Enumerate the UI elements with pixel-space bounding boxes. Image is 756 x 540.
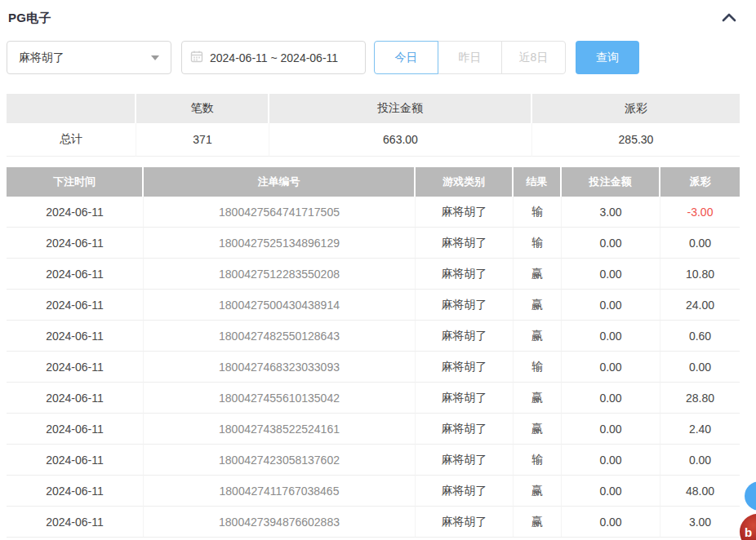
query-button[interactable]: 查询 bbox=[576, 41, 639, 74]
game-type-cell: 麻将胡了 bbox=[416, 352, 514, 383]
game-type-cell: 麻将胡了 bbox=[416, 228, 514, 259]
date-range-input[interactable]: 2024-06-11 ~ 2024-06-11 bbox=[181, 41, 366, 74]
table-row: 2024-06-111800427411767038465麻将胡了赢0.0048… bbox=[7, 476, 740, 507]
records-header-payout: 派彩 bbox=[660, 167, 740, 197]
bet-time-cell: 2024-06-11 bbox=[7, 507, 144, 538]
records-header-bet-amount: 投注金额 bbox=[562, 167, 660, 197]
records-rows: 2024-06-111800427564741717505麻将胡了输3.00-3… bbox=[7, 197, 740, 538]
records-table: 下注时间 注单编号 游戏类别 结果 投注金额 派彩 2024-06-111800… bbox=[7, 167, 740, 538]
result-cell: 赢 bbox=[514, 476, 562, 507]
bet-id-cell: 1800427564741717505 bbox=[144, 197, 416, 228]
summary-header-count: 笔数 bbox=[136, 94, 269, 123]
bet-time-cell: 2024-06-11 bbox=[7, 383, 144, 414]
payout-cell: 0.00 bbox=[660, 445, 740, 476]
table-row: 2024-06-111800427438522524161麻将胡了赢0.002.… bbox=[7, 414, 740, 445]
summary-total-row: 总计 371 663.00 285.30 bbox=[7, 123, 740, 157]
pg-records-panel: PG电子 麻将胡了 2024-06-11 ~ 2024-06-11 今日 昨日 … bbox=[0, 0, 756, 540]
bet-id-cell: 1800427394876602883 bbox=[144, 507, 416, 538]
bet-id-cell: 1800427482550128643 bbox=[144, 321, 416, 352]
result-cell: 赢 bbox=[514, 507, 562, 538]
filter-bar: 麻将胡了 2024-06-11 ~ 2024-06-11 今日 昨日 近8日 查… bbox=[7, 41, 639, 74]
page-title: PG电子 bbox=[8, 11, 51, 26]
bet-id-cell: 1800427512283550208 bbox=[144, 259, 416, 290]
bet-id-cell: 1800427525134896129 bbox=[144, 228, 416, 259]
bet-amount-cell: 0.00 bbox=[562, 414, 660, 445]
bet-amount-cell: 3.00 bbox=[562, 197, 660, 228]
calendar-icon bbox=[190, 50, 203, 66]
bet-time-cell: 2024-06-11 bbox=[7, 290, 144, 321]
table-row: 2024-06-111800427423058137602麻将胡了输0.000.… bbox=[7, 445, 740, 476]
floating-brand-button[interactable]: b bbox=[740, 514, 756, 540]
records-header-bet-time: 下注时间 bbox=[7, 167, 144, 197]
chevron-up-icon bbox=[722, 12, 736, 24]
records-header-bet-id: 注单编号 bbox=[144, 167, 416, 197]
bet-amount-cell: 0.00 bbox=[562, 228, 660, 259]
result-cell: 赢 bbox=[514, 290, 562, 321]
summary-total-payout: 285.30 bbox=[532, 123, 740, 157]
table-row: 2024-06-111800427394876602883麻将胡了赢0.003.… bbox=[7, 507, 740, 538]
table-row: 2024-06-111800427525134896129麻将胡了输0.000.… bbox=[7, 228, 740, 259]
panel-header: PG电子 bbox=[8, 8, 740, 28]
summary-total-bet-amount: 663.00 bbox=[269, 123, 532, 157]
summary-total-label: 总计 bbox=[7, 123, 136, 157]
records-header-result: 结果 bbox=[514, 167, 562, 197]
game-type-cell: 麻将胡了 bbox=[416, 321, 514, 352]
summary-header-empty bbox=[7, 94, 136, 123]
payout-cell: 0.00 bbox=[660, 352, 740, 383]
bet-id-cell: 1800427423058137602 bbox=[144, 445, 416, 476]
result-cell: 输 bbox=[514, 197, 562, 228]
chevron-down-icon bbox=[151, 55, 159, 60]
payout-cell: -3.00 bbox=[660, 197, 740, 228]
summary-header-row: 笔数 投注金额 派彩 bbox=[7, 94, 740, 123]
bet-time-cell: 2024-06-11 bbox=[7, 445, 144, 476]
game-type-cell: 麻将胡了 bbox=[416, 507, 514, 538]
payout-cell: 3.00 bbox=[660, 507, 740, 538]
payout-cell: 48.00 bbox=[660, 476, 740, 507]
table-row: 2024-06-111800427564741717505麻将胡了输3.00-3… bbox=[7, 197, 740, 228]
result-cell: 输 bbox=[514, 228, 562, 259]
payout-cell: 10.80 bbox=[660, 259, 740, 290]
table-row: 2024-06-111800427500430438914麻将胡了赢0.0024… bbox=[7, 290, 740, 321]
floating-chat-button[interactable] bbox=[745, 481, 756, 511]
game-type-cell: 麻将胡了 bbox=[416, 197, 514, 228]
bet-id-cell: 1800427438522524161 bbox=[144, 414, 416, 445]
summary-table: 笔数 投注金额 派彩 总计 371 663.00 285.30 bbox=[7, 94, 740, 157]
result-cell: 赢 bbox=[514, 383, 562, 414]
bet-amount-cell: 0.00 bbox=[562, 259, 660, 290]
bet-time-cell: 2024-06-11 bbox=[7, 197, 144, 228]
table-row: 2024-06-111800427455610135042麻将胡了赢0.0028… bbox=[7, 383, 740, 414]
table-row: 2024-06-111800427468323033093麻将胡了输0.000.… bbox=[7, 352, 740, 383]
bet-time-cell: 2024-06-11 bbox=[7, 476, 144, 507]
records-header-row: 下注时间 注单编号 游戏类别 结果 投注金额 派彩 bbox=[7, 167, 740, 197]
quick-filter-group: 今日 昨日 近8日 bbox=[374, 41, 566, 74]
summary-header-payout: 派彩 bbox=[532, 94, 740, 123]
table-row: 2024-06-111800427482550128643麻将胡了赢0.000.… bbox=[7, 321, 740, 352]
game-type-cell: 麻将胡了 bbox=[416, 259, 514, 290]
game-type-cell: 麻将胡了 bbox=[416, 290, 514, 321]
bet-time-cell: 2024-06-11 bbox=[7, 321, 144, 352]
game-select-value: 麻将胡了 bbox=[19, 51, 64, 65]
result-cell: 输 bbox=[514, 352, 562, 383]
brand-logo-letter: b bbox=[745, 525, 752, 539]
bet-id-cell: 1800427468323033093 bbox=[144, 352, 416, 383]
summary-total-count: 371 bbox=[136, 123, 269, 157]
collapse-button[interactable] bbox=[718, 9, 740, 27]
summary-header-bet-amount: 投注金额 bbox=[269, 94, 532, 123]
bet-amount-cell: 0.00 bbox=[562, 476, 660, 507]
game-type-cell: 麻将胡了 bbox=[416, 383, 514, 414]
table-row: 2024-06-111800427512283550208麻将胡了赢0.0010… bbox=[7, 259, 740, 290]
bet-amount-cell: 0.00 bbox=[562, 290, 660, 321]
payout-cell: 0.60 bbox=[660, 321, 740, 352]
records-header-game-type: 游戏类别 bbox=[416, 167, 514, 197]
date-range-value: 2024-06-11 ~ 2024-06-11 bbox=[210, 51, 338, 64]
bet-time-cell: 2024-06-11 bbox=[7, 228, 144, 259]
quick-filter-yesterday[interactable]: 昨日 bbox=[438, 41, 502, 74]
game-select[interactable]: 麻将胡了 bbox=[7, 41, 171, 74]
quick-filter-last8days[interactable]: 近8日 bbox=[501, 41, 566, 74]
result-cell: 赢 bbox=[514, 414, 562, 445]
quick-filter-today[interactable]: 今日 bbox=[374, 41, 438, 74]
result-cell: 赢 bbox=[514, 259, 562, 290]
bet-id-cell: 1800427455610135042 bbox=[144, 383, 416, 414]
bet-id-cell: 1800427500430438914 bbox=[144, 290, 416, 321]
bet-time-cell: 2024-06-11 bbox=[7, 414, 144, 445]
